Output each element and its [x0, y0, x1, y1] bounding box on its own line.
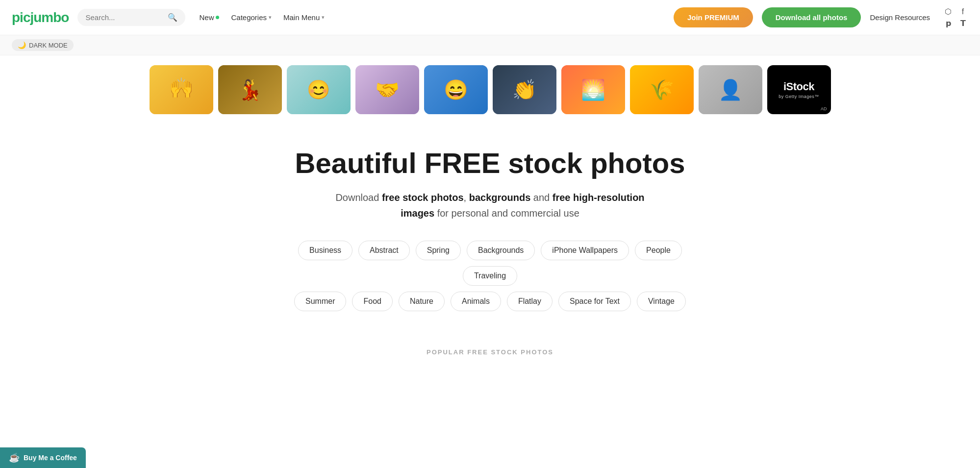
photo-7-emoji: 🌅	[581, 78, 605, 101]
photo-thumb-5[interactable]: 😄	[424, 65, 488, 114]
tag-space-for-text[interactable]: Space for Text	[558, 292, 631, 311]
hero-subtitle: Download free stock photos, backgrounds …	[333, 190, 647, 221]
social-icons-group: ⬡ f 𝗽 𝗧	[943, 6, 968, 29]
social-row-bottom: 𝗽 𝗧	[943, 18, 968, 29]
tag-traveling[interactable]: Traveling	[463, 266, 517, 286]
tag-flatlay[interactable]: Flatlay	[507, 292, 553, 311]
tags-row-2: Summer Food Nature Animals Flatlay Space…	[270, 292, 711, 311]
photo-thumb-8[interactable]: 🌾	[630, 65, 694, 114]
download-all-photos-button[interactable]: Download all photos	[762, 7, 861, 27]
photo-thumb-2[interactable]: 💃	[218, 65, 282, 114]
tag-backgrounds[interactable]: Backgrounds	[467, 241, 535, 260]
dark-mode-bar: 🌙 DARK MODE	[0, 35, 980, 55]
photo-1-emoji: 🙌	[169, 76, 194, 99]
istock-ad[interactable]: iStock by Getty Images™ AD	[767, 65, 831, 114]
social-row-top: ⬡ f	[943, 6, 968, 17]
ad-badge: AD	[821, 106, 827, 111]
new-dot-icon	[216, 16, 219, 19]
chevron-down-icon: ▾	[322, 14, 325, 21]
tag-summer[interactable]: Summer	[294, 292, 346, 311]
dark-mode-label: DARK MODE	[29, 42, 68, 49]
tag-iphone-wallpapers[interactable]: iPhone Wallpapers	[541, 241, 629, 260]
tag-people[interactable]: People	[635, 241, 682, 260]
tags-row-1: Business Abstract Spring Backgrounds iPh…	[270, 241, 711, 286]
tag-vintage[interactable]: Vintage	[637, 292, 686, 311]
instagram-icon[interactable]: ⬡	[943, 6, 954, 17]
nav-main-menu-label: Main Menu	[283, 13, 320, 22]
photo-6-emoji: 👏	[512, 78, 537, 101]
photo-9-emoji: 👤	[718, 78, 743, 101]
photo-8-emoji: 🌾	[650, 78, 674, 101]
nav-categories-label: Categories	[231, 13, 267, 22]
photo-thumb-6[interactable]: 👏	[493, 65, 556, 114]
istock-title: iStock	[783, 80, 814, 93]
photo-strip: 🙌 💃 😊 🤝 😄 👏 🌅 🌾	[0, 55, 980, 124]
twitter-icon[interactable]: 𝗧	[957, 18, 968, 29]
photo-3-emoji: 😊	[307, 79, 330, 100]
moon-icon: 🌙	[18, 41, 26, 49]
tag-spring[interactable]: Spring	[416, 241, 461, 260]
hero-section: Beautiful FREE stock photos Download fre…	[0, 124, 980, 329]
photo-thumb-9[interactable]: 👤	[699, 65, 762, 114]
search-button[interactable]: 🔍	[168, 13, 177, 22]
nav-item-new[interactable]: New	[194, 10, 224, 25]
tag-business[interactable]: Business	[298, 241, 352, 260]
design-resources-link[interactable]: Design Resources	[870, 13, 930, 22]
pinterest-icon[interactable]: 𝗽	[943, 18, 954, 29]
join-premium-button[interactable]: Join PREMIUM	[674, 7, 753, 27]
nav-item-categories[interactable]: Categories ▾	[226, 10, 276, 25]
popular-label: POPULAR FREE STOCK PHOTOS	[0, 329, 980, 364]
tag-nature[interactable]: Nature	[399, 292, 445, 311]
main-nav: New Categories ▾ Main Menu ▾	[194, 10, 664, 25]
tag-food[interactable]: Food	[352, 292, 392, 311]
photo-4-emoji: 🤝	[375, 78, 400, 101]
photo-thumb-4[interactable]: 🤝	[355, 65, 419, 114]
nav-item-main-menu[interactable]: Main Menu ▾	[278, 10, 329, 25]
photo-thumb-3[interactable]: 😊	[287, 65, 351, 114]
photo-2-emoji: 💃	[238, 78, 262, 101]
dark-mode-toggle[interactable]: 🌙 DARK MODE	[12, 39, 74, 51]
search-input[interactable]	[85, 13, 164, 22]
chevron-down-icon: ▾	[269, 14, 272, 21]
photo-thumb-1[interactable]: 🙌	[150, 65, 213, 114]
istock-subtitle: by Getty Images™	[779, 94, 819, 99]
hero-title: Beautiful FREE stock photos	[12, 148, 968, 179]
tag-animals[interactable]: Animals	[451, 292, 501, 311]
header: picjumbo 🔍 New Categories ▾ Main Menu ▾ …	[0, 0, 980, 35]
nav-new-label: New	[199, 13, 214, 22]
photo-5-emoji: 😄	[444, 78, 468, 101]
tag-abstract[interactable]: Abstract	[358, 241, 410, 260]
photo-thumb-7[interactable]: 🌅	[561, 65, 625, 114]
facebook-icon[interactable]: f	[957, 6, 968, 17]
search-bar: 🔍	[77, 9, 185, 26]
site-logo[interactable]: picjumbo	[12, 10, 69, 25]
